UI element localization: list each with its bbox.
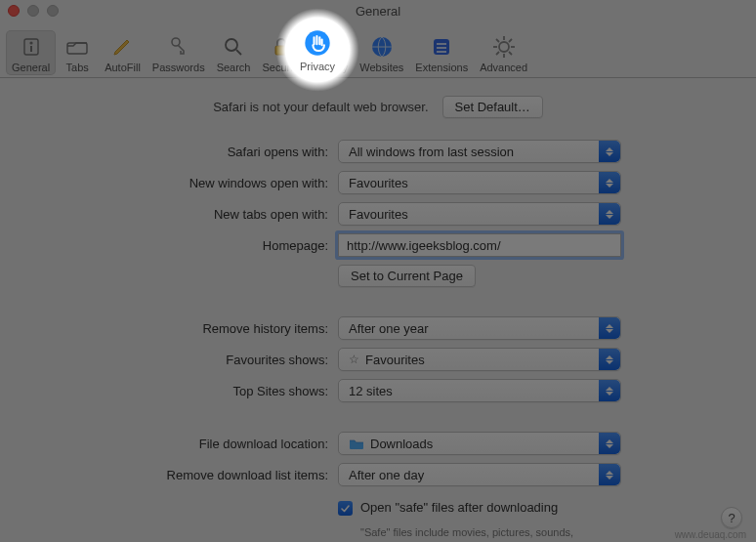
tab-label: Search <box>217 62 251 73</box>
chevron-up-down-icon <box>599 380 620 401</box>
tab-privacy[interactable]: Privacy <box>307 30 354 75</box>
label-fav-shows: Favourites shows: <box>16 353 328 367</box>
select-remove-downloads[interactable]: After one day <box>338 463 621 486</box>
svg-point-1 <box>29 41 32 44</box>
select-value: After one year <box>349 321 429 336</box>
tab-advanced[interactable]: Advanced <box>474 30 533 75</box>
chevron-up-down-icon <box>599 464 620 485</box>
label-homepage: Homepage: <box>16 238 328 253</box>
label-new-tabs: New tabs open with: <box>16 207 328 222</box>
svg-rect-7 <box>275 46 287 55</box>
tab-label: Security <box>262 62 301 73</box>
tab-search[interactable]: Search <box>211 30 257 75</box>
chevron-up-down-icon <box>599 317 620 339</box>
search-icon <box>221 34 246 60</box>
select-fav-shows[interactable]: ☆Favourites <box>338 348 621 371</box>
select-value: Favourites <box>349 176 408 190</box>
folder-icon <box>349 438 364 449</box>
select-value: Favourites <box>365 353 425 367</box>
preferences-window: General General Tabs AutoFill <box>0 0 756 542</box>
key-icon <box>166 34 191 60</box>
select-value: 12 sites <box>349 384 393 398</box>
tab-label: Advanced <box>480 62 527 73</box>
select-remove-history[interactable]: After one year <box>338 316 621 340</box>
safe-files-label: Open "safe" files after downloading <box>360 500 558 515</box>
tab-label: Tabs <box>66 62 89 73</box>
svg-rect-2 <box>30 46 32 52</box>
label-topsites: Top Sites shows: <box>16 384 328 398</box>
svg-line-17 <box>509 52 512 55</box>
watermark: www.deuaq.com <box>675 529 746 540</box>
select-download-loc[interactable]: Downloads <box>338 432 621 455</box>
select-value: Favourites <box>349 207 408 222</box>
tab-label: General <box>12 62 50 73</box>
svg-line-18 <box>509 39 512 42</box>
svg-line-6 <box>236 50 241 55</box>
puzzle-icon <box>429 34 454 60</box>
tab-passwords[interactable]: Passwords <box>147 30 211 75</box>
pencil-icon <box>109 34 135 60</box>
label-download-loc: File download location: <box>16 437 328 451</box>
lock-icon <box>269 34 294 60</box>
select-new-tabs[interactable]: Favourites <box>338 202 621 226</box>
content-area: Safari is not your default web browser. … <box>0 78 756 542</box>
select-topsites[interactable]: 12 sites <box>338 379 621 402</box>
set-default-button[interactable]: Set Default… <box>442 96 543 118</box>
tab-label: Extensions <box>415 62 468 73</box>
toolbar: General Tabs AutoFill Passwords <box>0 21 756 78</box>
svg-line-16 <box>496 39 499 42</box>
set-current-page-button[interactable]: Set to Current Page <box>338 265 476 287</box>
globe-icon <box>369 34 395 60</box>
safe-files-checkbox[interactable] <box>338 501 353 516</box>
tabs-icon <box>64 34 90 60</box>
hand-icon <box>317 34 343 60</box>
default-browser-text: Safari is not your default web browser. <box>213 100 428 114</box>
tab-label: AutoFill <box>105 62 141 73</box>
star-icon: ☆ <box>349 353 359 366</box>
select-value: All windows from last session <box>349 145 514 159</box>
default-browser-row: Safari is not your default web browser. … <box>16 96 740 118</box>
safe-files-row: Open "safe" files after downloading <box>338 500 631 516</box>
chevron-up-down-icon <box>599 203 620 225</box>
tab-security[interactable]: Security <box>256 30 307 75</box>
svg-point-11 <box>499 42 509 52</box>
window-title: General <box>0 4 756 19</box>
select-new-windows[interactable]: Favourites <box>338 171 621 194</box>
tab-tabs[interactable]: Tabs <box>56 30 99 75</box>
tab-label: Passwords <box>152 62 205 73</box>
tab-websites[interactable]: Websites <box>354 30 409 75</box>
label-remove-history: Remove history items: <box>16 321 328 336</box>
chevron-up-down-icon <box>599 172 620 193</box>
select-value: After one day <box>349 468 424 482</box>
tab-label: Websites <box>359 62 403 73</box>
switch-icon <box>19 34 44 60</box>
help-button[interactable]: ? <box>721 507 742 528</box>
homepage-input[interactable] <box>338 233 621 257</box>
label-new-windows: New windows open with: <box>16 176 328 190</box>
titlebar: General <box>0 0 756 21</box>
settings-form: Safari opens with: All windows from last… <box>16 140 740 542</box>
tab-autofill[interactable]: AutoFill <box>99 30 147 75</box>
gear-icon <box>491 34 517 60</box>
svg-rect-3 <box>67 43 87 54</box>
safe-files-desc: "Safe" files include movies, pictures, s… <box>338 525 592 542</box>
chevron-up-down-icon <box>599 349 620 370</box>
svg-line-19 <box>496 52 499 55</box>
select-opens-with[interactable]: All windows from last session <box>338 140 621 163</box>
label-opens-with: Safari opens with: <box>16 145 328 159</box>
label-remove-downloads: Remove download list items: <box>16 468 328 482</box>
select-value: Downloads <box>370 437 433 451</box>
tab-extensions[interactable]: Extensions <box>409 30 474 75</box>
tab-general[interactable]: General <box>6 30 56 75</box>
chevron-up-down-icon <box>599 433 620 454</box>
chevron-up-down-icon <box>599 141 620 162</box>
tab-label: Privacy <box>313 62 348 73</box>
svg-point-5 <box>226 39 237 51</box>
